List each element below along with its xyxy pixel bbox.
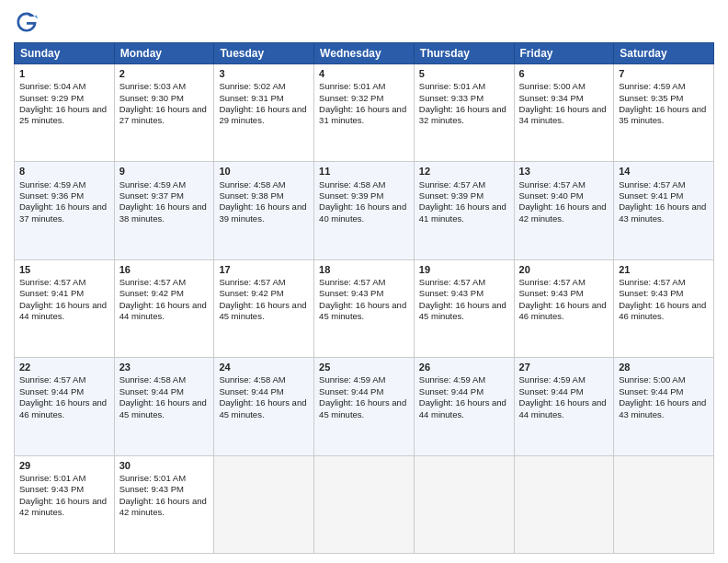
day-number: 25 (319, 361, 409, 373)
sunset-text: Sunset: 9:44 PM (519, 386, 609, 397)
sunset-text: Sunset: 9:41 PM (619, 190, 709, 201)
calendar-cell: 13Sunrise: 4:57 AMSunset: 9:40 PMDayligh… (514, 162, 614, 259)
sunrise-text: Sunrise: 4:59 AM (19, 179, 109, 190)
weekday-header-saturday: Saturday (614, 43, 714, 64)
sunset-text: Sunset: 9:34 PM (519, 93, 609, 104)
sunset-text: Sunset: 9:29 PM (19, 93, 109, 104)
daylight-text: Daylight: 16 hours and 44 minutes. (19, 300, 109, 323)
sunrise-text: Sunrise: 5:01 AM (119, 473, 210, 484)
day-number: 5 (419, 67, 509, 80)
calendar-cell: 7Sunrise: 4:59 AMSunset: 9:35 PMDaylight… (614, 64, 714, 162)
calendar-cell: 11Sunrise: 4:58 AMSunset: 9:39 PMDayligh… (314, 162, 415, 259)
day-number: 4 (319, 67, 409, 80)
sunset-text: Sunset: 9:43 PM (419, 288, 509, 299)
calendar-week-2: 15Sunrise: 4:57 AMSunset: 9:41 PMDayligh… (15, 259, 714, 357)
sunset-text: Sunset: 9:35 PM (619, 93, 709, 104)
sunrise-text: Sunrise: 4:59 AM (419, 374, 509, 385)
day-number: 19 (419, 263, 509, 276)
sunset-text: Sunset: 9:44 PM (619, 386, 709, 397)
sunrise-text: Sunrise: 5:01 AM (419, 81, 509, 92)
calendar-cell: 15Sunrise: 4:57 AMSunset: 9:41 PMDayligh… (15, 259, 115, 357)
sunrise-text: Sunrise: 4:57 AM (19, 277, 109, 288)
sunrise-text: Sunrise: 5:03 AM (119, 81, 210, 92)
sunrise-text: Sunrise: 4:57 AM (319, 277, 409, 288)
calendar-cell: 20Sunrise: 4:57 AMSunset: 9:43 PMDayligh… (514, 259, 614, 357)
calendar-cell (514, 455, 614, 553)
sunset-text: Sunset: 9:37 PM (119, 190, 210, 201)
weekday-header-monday: Monday (114, 43, 214, 64)
sunrise-text: Sunrise: 4:57 AM (19, 374, 109, 385)
sunrise-text: Sunrise: 4:57 AM (419, 277, 509, 288)
sunset-text: Sunset: 9:41 PM (19, 288, 109, 299)
daylight-text: Daylight: 16 hours and 32 minutes. (419, 104, 509, 127)
day-number: 3 (219, 67, 309, 80)
calendar-cell: 3Sunrise: 5:02 AMSunset: 9:31 PMDaylight… (214, 64, 314, 162)
sunset-text: Sunset: 9:44 PM (319, 386, 409, 397)
weekday-header-thursday: Thursday (414, 43, 514, 64)
calendar-week-1: 8Sunrise: 4:59 AMSunset: 9:36 PMDaylight… (15, 162, 714, 259)
header (14, 9, 714, 35)
sunrise-text: Sunrise: 4:57 AM (519, 277, 609, 288)
sunset-text: Sunset: 9:42 PM (219, 288, 309, 299)
calendar-week-3: 22Sunrise: 4:57 AMSunset: 9:44 PMDayligh… (15, 358, 714, 455)
calendar-cell: 26Sunrise: 4:59 AMSunset: 9:44 PMDayligh… (414, 358, 514, 455)
daylight-text: Daylight: 16 hours and 42 minutes. (119, 496, 210, 519)
day-number: 12 (419, 165, 509, 178)
weekday-header-sunday: Sunday (15, 43, 115, 64)
calendar-cell: 1Sunrise: 5:04 AMSunset: 9:29 PMDaylight… (15, 64, 115, 162)
sunset-text: Sunset: 9:43 PM (119, 484, 210, 495)
sunrise-text: Sunrise: 4:59 AM (119, 179, 210, 190)
sunrise-text: Sunrise: 4:59 AM (619, 81, 709, 92)
calendar-cell: 23Sunrise: 4:58 AMSunset: 9:44 PMDayligh… (114, 358, 214, 455)
daylight-text: Daylight: 16 hours and 45 minutes. (219, 397, 309, 420)
sunrise-text: Sunrise: 5:00 AM (519, 81, 609, 92)
calendar-cell: 24Sunrise: 4:58 AMSunset: 9:44 PMDayligh… (214, 358, 314, 455)
day-number: 27 (519, 361, 609, 373)
calendar-cell: 21Sunrise: 4:57 AMSunset: 9:43 PMDayligh… (614, 259, 714, 357)
daylight-text: Daylight: 16 hours and 45 minutes. (419, 300, 509, 323)
calendar-week-0: 1Sunrise: 5:04 AMSunset: 9:29 PMDaylight… (15, 64, 714, 162)
calendar-cell: 6Sunrise: 5:00 AMSunset: 9:34 PMDaylight… (514, 64, 614, 162)
daylight-text: Daylight: 16 hours and 34 minutes. (519, 104, 609, 127)
day-number: 1 (19, 67, 109, 80)
calendar-cell: 30Sunrise: 5:01 AMSunset: 9:43 PMDayligh… (114, 455, 214, 553)
sunset-text: Sunset: 9:40 PM (519, 190, 609, 201)
calendar-cell: 4Sunrise: 5:01 AMSunset: 9:32 PMDaylight… (314, 64, 415, 162)
weekday-header-tuesday: Tuesday (214, 43, 314, 64)
daylight-text: Daylight: 16 hours and 44 minutes. (419, 397, 509, 420)
day-number: 13 (519, 165, 609, 178)
sunrise-text: Sunrise: 4:57 AM (119, 277, 210, 288)
calendar-cell: 14Sunrise: 4:57 AMSunset: 9:41 PMDayligh… (614, 162, 714, 259)
day-number: 8 (19, 165, 109, 178)
sunrise-text: Sunrise: 4:57 AM (619, 179, 709, 190)
day-number: 21 (619, 263, 709, 276)
sunrise-text: Sunrise: 5:01 AM (19, 473, 109, 484)
sunset-text: Sunset: 9:44 PM (19, 386, 109, 397)
calendar-cell: 18Sunrise: 4:57 AMSunset: 9:43 PMDayligh… (314, 259, 415, 357)
calendar-cell (214, 455, 314, 553)
day-number: 15 (19, 263, 109, 276)
calendar-cell: 27Sunrise: 4:59 AMSunset: 9:44 PMDayligh… (514, 358, 614, 455)
day-number: 10 (219, 165, 309, 178)
daylight-text: Daylight: 16 hours and 43 minutes. (619, 397, 709, 420)
daylight-text: Daylight: 16 hours and 35 minutes. (619, 104, 709, 127)
sunrise-text: Sunrise: 5:04 AM (19, 81, 109, 92)
day-number: 29 (19, 459, 109, 472)
daylight-text: Daylight: 16 hours and 44 minutes. (119, 300, 210, 323)
sunset-text: Sunset: 9:44 PM (219, 386, 309, 397)
sunrise-text: Sunrise: 4:57 AM (419, 179, 509, 190)
calendar-cell: 12Sunrise: 4:57 AMSunset: 9:39 PMDayligh… (414, 162, 514, 259)
weekday-header-wednesday: Wednesday (314, 43, 415, 64)
daylight-text: Daylight: 16 hours and 38 minutes. (119, 201, 210, 224)
day-number: 7 (619, 67, 709, 80)
calendar-cell: 5Sunrise: 5:01 AMSunset: 9:33 PMDaylight… (414, 64, 514, 162)
daylight-text: Daylight: 16 hours and 45 minutes. (319, 300, 409, 323)
sunrise-text: Sunrise: 4:57 AM (519, 179, 609, 190)
daylight-text: Daylight: 16 hours and 45 minutes. (119, 397, 210, 420)
sunset-text: Sunset: 9:43 PM (619, 288, 709, 299)
calendar-header-row: SundayMondayTuesdayWednesdayThursdayFrid… (15, 43, 714, 64)
logo-icon (14, 9, 40, 35)
sunset-text: Sunset: 9:32 PM (319, 93, 409, 104)
calendar-cell: 25Sunrise: 4:59 AMSunset: 9:44 PMDayligh… (314, 358, 415, 455)
calendar-cell: 8Sunrise: 4:59 AMSunset: 9:36 PMDaylight… (15, 162, 115, 259)
